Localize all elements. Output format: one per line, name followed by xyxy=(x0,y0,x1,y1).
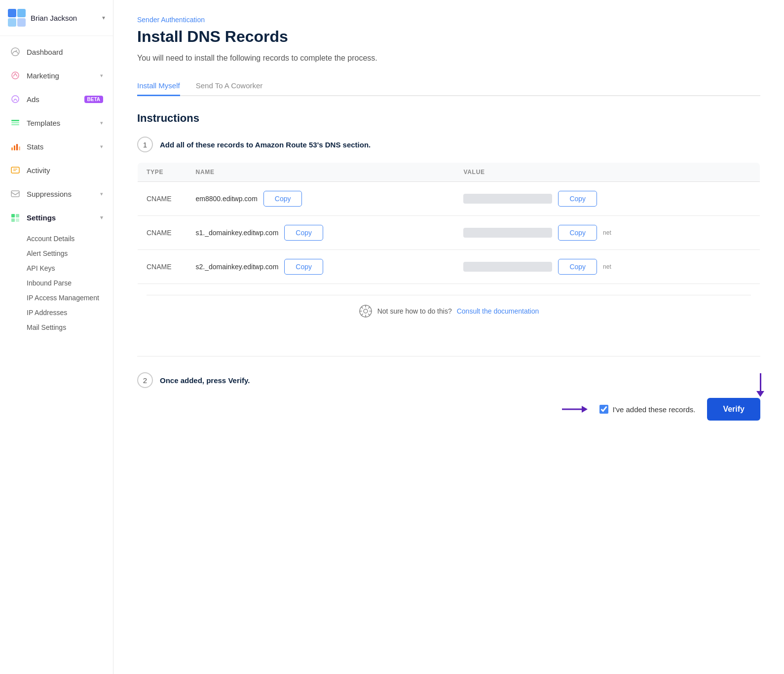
sidebar-item-dashboard[interactable]: Dashboard xyxy=(0,40,113,64)
row2-value-cell: Copy net xyxy=(454,216,760,250)
row1-value-blur xyxy=(463,194,552,204)
settings-icon xyxy=(10,212,21,223)
copy-row1-value-button[interactable]: Copy xyxy=(558,191,597,207)
svg-rect-3 xyxy=(17,18,26,27)
sidebar-item-activity[interactable]: Activity xyxy=(0,158,113,182)
tab-install-myself[interactable]: Install Myself xyxy=(137,76,180,96)
down-arrow-line xyxy=(760,373,761,391)
row2-type: CNAME xyxy=(138,216,187,250)
svg-rect-1 xyxy=(17,9,26,17)
sidebar-sub-account-details[interactable]: Account Details xyxy=(27,231,113,246)
svg-line-30 xyxy=(368,314,370,316)
copy-row3-value-button[interactable]: Copy xyxy=(558,259,597,275)
activity-label: Activity xyxy=(27,166,103,175)
row2-name-cell: s1._domainkey.editwp.com Copy xyxy=(187,216,455,250)
added-records-text: I've added these records. xyxy=(612,405,695,414)
table-row: CNAME s2._domainkey.editwp.com Copy Copy… xyxy=(138,250,760,284)
breadcrumb[interactable]: Sender Authentication xyxy=(137,16,760,24)
step-1-number: 1 xyxy=(137,137,153,152)
sidebar: Brian Jackson ▾ Dashboard Market xyxy=(0,0,113,674)
svg-rect-18 xyxy=(11,191,19,197)
marketing-chevron-icon: ▾ xyxy=(100,72,103,79)
svg-rect-12 xyxy=(14,145,15,150)
suppressions-chevron-icon: ▾ xyxy=(100,191,103,197)
down-arrow-head xyxy=(756,391,764,397)
beta-badge: BETA xyxy=(84,96,103,103)
svg-line-29 xyxy=(361,307,363,309)
suppressions-label: Suppressions xyxy=(27,190,98,198)
step2-actions: I've added these records. Verify xyxy=(137,398,760,421)
stats-chevron-icon: ▾ xyxy=(100,143,103,150)
sidebar-item-settings[interactable]: Settings ▾ xyxy=(0,206,113,229)
sidebar-sub-api-keys[interactable]: API Keys xyxy=(27,261,113,276)
sidebar-item-templates[interactable]: Templates ▾ xyxy=(0,111,113,135)
sidebar-item-stats[interactable]: Stats ▾ xyxy=(0,135,113,158)
row1-value-cell: Copy xyxy=(454,182,760,216)
row2-value-hint: net xyxy=(603,229,611,236)
svg-line-32 xyxy=(361,314,363,316)
copy-row2-value-button[interactable]: Copy xyxy=(558,225,597,241)
main-nav: Dashboard Marketing ▾ Ads BETA xyxy=(0,36,113,674)
table-row: CNAME s1._domainkey.editwp.com Copy Copy… xyxy=(138,216,760,250)
svg-rect-22 xyxy=(16,218,19,222)
tab-send-to-coworker[interactable]: Send To A Coworker xyxy=(196,76,263,96)
step-2-number: 2 xyxy=(137,372,153,388)
svg-rect-14 xyxy=(19,146,20,150)
dns-records-table: TYPE NAME VALUE CNAME em8800.editwp.com … xyxy=(137,162,760,336)
svg-rect-11 xyxy=(11,147,13,150)
copy-row1-name-button[interactable]: Copy xyxy=(263,191,302,207)
help-gear-icon xyxy=(359,304,373,318)
page-description: You will need to install the following r… xyxy=(137,54,760,63)
sidebar-item-ads[interactable]: Ads BETA xyxy=(0,87,113,111)
sidebar-item-suppressions[interactable]: Suppressions ▾ xyxy=(0,182,113,206)
sidebar-sub-alert-settings[interactable]: Alert Settings xyxy=(27,246,113,261)
help-row: Not sure how to do this? Consult the doc… xyxy=(138,284,760,336)
sidebar-sub-mail-settings[interactable]: Mail Settings xyxy=(27,320,113,335)
row3-type: CNAME xyxy=(138,250,187,284)
app-logo xyxy=(8,9,26,27)
sidebar-sub-inbound-parse[interactable]: Inbound Parse xyxy=(27,276,113,290)
verify-button[interactable]: Verify xyxy=(707,398,760,421)
svg-rect-10 xyxy=(11,124,19,125)
copy-row2-name-button[interactable]: Copy xyxy=(284,225,323,241)
user-menu[interactable]: Brian Jackson ▾ xyxy=(0,0,113,36)
step-1-header: 1 Add all of these records to Amazon Rou… xyxy=(137,137,760,152)
copy-row3-name-button[interactable]: Copy xyxy=(284,259,323,275)
username: Brian Jackson xyxy=(31,14,102,22)
tabs: Install Myself Send To A Coworker xyxy=(137,76,760,96)
right-arrow-icon xyxy=(562,403,588,415)
user-chevron-icon: ▾ xyxy=(102,14,105,21)
dashboard-label: Dashboard xyxy=(27,48,103,56)
activity-icon xyxy=(10,165,21,176)
main-content: Sender Authentication Install DNS Record… xyxy=(113,0,784,674)
checkbox-arrow-indicator xyxy=(562,403,588,415)
col-type: TYPE xyxy=(138,163,187,182)
templates-icon xyxy=(10,117,21,128)
sidebar-sub-ip-addresses[interactable]: IP Addresses xyxy=(27,305,113,320)
row3-name: s2._domainkey.editwp.com xyxy=(196,263,279,271)
added-records-label[interactable]: I've added these records. xyxy=(599,405,695,414)
sidebar-item-marketing[interactable]: Marketing ▾ xyxy=(0,64,113,87)
section-divider xyxy=(137,356,760,356)
step-2-header: 2 Once added, press Verify. xyxy=(137,372,760,388)
dashboard-icon xyxy=(10,46,21,57)
settings-sub-menu: Account Details Alert Settings API Keys … xyxy=(0,229,113,337)
ads-icon xyxy=(10,94,21,105)
step-1-description: Add all of these records to Amazon Route… xyxy=(160,141,371,149)
svg-rect-8 xyxy=(11,120,19,121)
row1-name-cell: em8800.editwp.com Copy xyxy=(187,182,455,216)
row3-value-hint: net xyxy=(603,263,611,270)
consult-docs-link[interactable]: Consult the documentation xyxy=(457,307,539,315)
settings-chevron-icon: ▾ xyxy=(100,214,103,221)
added-records-checkbox[interactable] xyxy=(599,405,608,414)
svg-rect-20 xyxy=(16,214,19,217)
ads-label: Ads xyxy=(27,95,81,104)
help-text: Not sure how to do this? xyxy=(377,307,452,315)
svg-rect-19 xyxy=(11,214,15,217)
step-2: 2 Once added, press Verify. I've added t… xyxy=(137,372,760,421)
sidebar-sub-ip-access-management[interactable]: IP Access Management xyxy=(27,290,113,305)
templates-chevron-icon: ▾ xyxy=(100,120,103,126)
templates-label: Templates xyxy=(27,119,98,127)
row1-type: CNAME xyxy=(138,182,187,216)
stats-icon xyxy=(10,141,21,152)
